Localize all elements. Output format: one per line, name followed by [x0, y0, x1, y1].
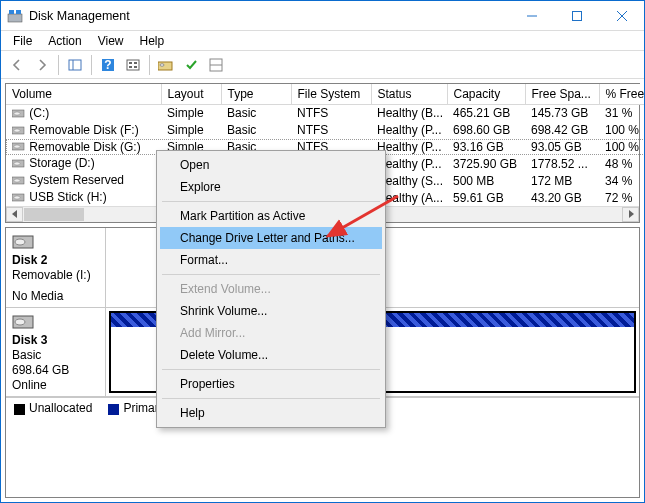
window-title: Disk Management [29, 9, 509, 23]
svg-point-31 [14, 196, 20, 199]
table-row[interactable]: (C:)SimpleBasicNTFSHealthy (B...465.21 G… [6, 105, 645, 122]
scroll-right-button[interactable] [622, 207, 639, 222]
disk-sub3: Online [12, 378, 99, 392]
ctx-add-mirror: Add Mirror... [160, 322, 382, 344]
ctx-delete-volume[interactable]: Delete Volume... [160, 344, 382, 366]
svg-point-27 [14, 162, 20, 165]
back-button[interactable] [5, 54, 29, 76]
show-hide-console-tree-button[interactable] [63, 54, 87, 76]
disk-label: Disk 2 [12, 253, 99, 267]
titlebar[interactable]: Disk Management [1, 1, 644, 31]
disk-label: Disk 3 [12, 333, 99, 347]
svg-rect-14 [129, 66, 132, 68]
svg-text:?: ? [104, 58, 111, 72]
ctx-extend-volume: Extend Volume... [160, 278, 382, 300]
svg-point-35 [15, 319, 25, 325]
svg-rect-15 [134, 66, 137, 68]
table-header-row[interactable]: Volume Layout Type File System Status Ca… [6, 84, 645, 105]
svg-point-33 [15, 239, 25, 245]
svg-rect-1 [9, 10, 14, 14]
context-menu: Open Explore Mark Partition as Active Ch… [156, 150, 386, 428]
col-free-space[interactable]: Free Spa... [525, 84, 599, 105]
ctx-explore[interactable]: Explore [160, 176, 382, 198]
disk-sub2: 698.64 GB [12, 363, 99, 377]
menu-view[interactable]: View [90, 33, 132, 49]
disk-list-button[interactable] [154, 54, 178, 76]
svg-rect-0 [8, 14, 22, 22]
volume-icon [12, 191, 26, 205]
ctx-open[interactable]: Open [160, 154, 382, 176]
help-button[interactable]: ? [96, 54, 120, 76]
maximize-button[interactable] [554, 1, 599, 31]
ctx-properties[interactable]: Properties [160, 373, 382, 395]
disk-sub1: Removable (I:) [12, 268, 99, 282]
col-type[interactable]: Type [221, 84, 291, 105]
minimize-button[interactable] [509, 1, 554, 31]
ctx-change-drive-letter[interactable]: Change Drive Letter and Paths... [160, 227, 382, 249]
col-status[interactable]: Status [371, 84, 447, 105]
legend-unallocated: Unallocated [14, 401, 92, 415]
svg-point-21 [14, 112, 20, 115]
disk-icon [12, 312, 36, 332]
svg-rect-7 [69, 60, 81, 70]
svg-rect-2 [16, 10, 21, 14]
volume-icon [12, 174, 26, 188]
menu-file[interactable]: File [5, 33, 40, 49]
svg-rect-13 [134, 62, 137, 64]
scroll-left-button[interactable] [6, 207, 23, 222]
forward-button[interactable] [30, 54, 54, 76]
col-filesystem[interactable]: File System [291, 84, 371, 105]
svg-rect-11 [127, 60, 139, 70]
disk-sub1: Basic [12, 348, 99, 362]
svg-point-29 [14, 179, 20, 182]
disk-sub3: No Media [12, 289, 99, 303]
refresh-button[interactable] [121, 54, 145, 76]
ctx-format[interactable]: Format... [160, 249, 382, 271]
svg-point-25 [14, 145, 20, 148]
toolbar: ? [1, 51, 644, 79]
disk-header: Disk 2 Removable (I:) No Media [6, 228, 106, 307]
menubar: File Action View Help [1, 31, 644, 51]
col-percent-free[interactable]: % Free [599, 84, 645, 105]
app-icon [7, 8, 23, 24]
volume-icon [12, 140, 26, 154]
volume-icon [12, 157, 26, 171]
col-capacity[interactable]: Capacity [447, 84, 525, 105]
settings-button[interactable] [179, 54, 203, 76]
table-row[interactable]: Removable Disk (F:)SimpleBasicNTFSHealth… [6, 122, 645, 139]
svg-point-23 [14, 129, 20, 132]
svg-rect-4 [572, 11, 581, 20]
menu-help[interactable]: Help [132, 33, 173, 49]
svg-point-17 [160, 63, 164, 65]
ctx-shrink-volume[interactable]: Shrink Volume... [160, 300, 382, 322]
ctx-mark-active[interactable]: Mark Partition as Active [160, 205, 382, 227]
layout-button[interactable] [204, 54, 228, 76]
col-layout[interactable]: Layout [161, 84, 221, 105]
svg-rect-12 [129, 62, 132, 64]
close-button[interactable] [599, 1, 644, 31]
col-volume[interactable]: Volume [6, 84, 161, 105]
ctx-help[interactable]: Help [160, 402, 382, 424]
volume-icon [12, 124, 26, 138]
disk-header: Disk 3 Basic 698.64 GB Online [6, 308, 106, 396]
scroll-thumb[interactable] [24, 208, 84, 221]
disk-icon [12, 232, 36, 252]
volume-icon [12, 107, 26, 121]
menu-action[interactable]: Action [40, 33, 89, 49]
